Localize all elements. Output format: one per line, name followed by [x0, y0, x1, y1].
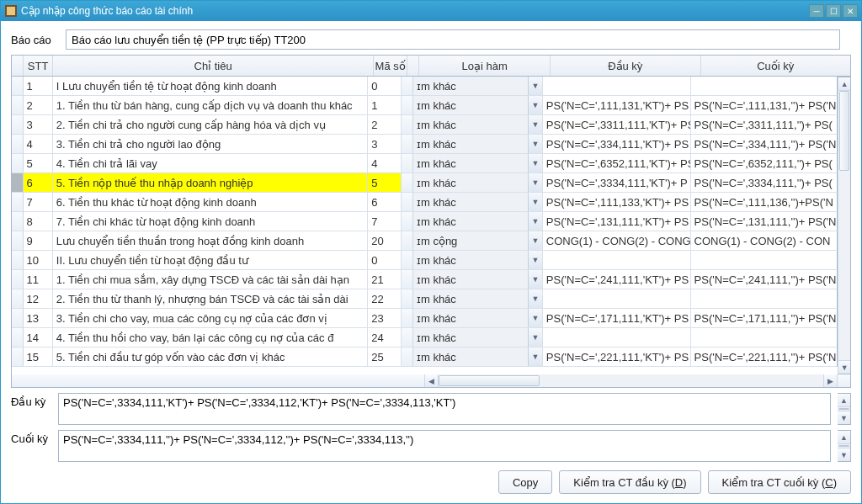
- cuoiky-scrollbar[interactable]: ▲ ▼: [838, 430, 851, 462]
- cell-cuoi-ky[interactable]: PS('N=C=',3311,111,'')+ PS(: [691, 115, 838, 135]
- cell-dau-ky[interactable]: PS('N=C=',334,111,'KT')+ PS: [543, 135, 691, 154]
- row-gutter[interactable]: [12, 347, 24, 367]
- chevron-down-icon[interactable]: ▼: [528, 328, 542, 347]
- table-row[interactable]: 21. Tiền thu từ bán hàng, cung cấp dịch …: [12, 96, 838, 115]
- cell-ma-so[interactable]: 6: [368, 193, 402, 212]
- cell-ma-so[interactable]: 24: [368, 328, 402, 347]
- scroll-thumb[interactable]: [838, 445, 849, 447]
- cell-chi-tieu[interactable]: I Lưu chuyển tiền tệ từ hoạt động kinh d…: [53, 77, 369, 96]
- cell-chi-tieu[interactable]: Lưu chuyển tiền thuần trong hoạt đồng ki…: [53, 231, 369, 251]
- maximize-button[interactable]: ☐: [826, 4, 841, 18]
- scroll-up-icon[interactable]: ▲: [838, 431, 850, 444]
- cell-stt[interactable]: 14: [24, 328, 53, 347]
- cell-cuoi-ky[interactable]: PS('N=C=',131,111,'')+ PS('N: [691, 212, 838, 231]
- minimize-button[interactable]: ─: [809, 4, 824, 18]
- cell-loai-ham[interactable]: ɪm khác▼: [413, 173, 543, 193]
- cell-loai-ham[interactable]: ɪm khác▼: [413, 270, 543, 289]
- dauky-scrollbar[interactable]: ▲ ▼: [838, 393, 851, 425]
- cell-stt[interactable]: 13: [24, 309, 53, 328]
- horizontal-scrollbar[interactable]: ◀ ▶: [11, 374, 851, 388]
- cell-dau-ky[interactable]: PS('N=C=',3334,111,'KT')+ P: [543, 173, 691, 193]
- cuoiky-input[interactable]: [58, 430, 831, 462]
- cell-ma-so[interactable]: 4: [368, 154, 402, 173]
- cell-dau-ky[interactable]: CONG(1) - CONG(2) - CONG: [543, 231, 691, 251]
- cell-ma-so[interactable]: 5: [368, 173, 402, 193]
- cell-loai-ham[interactable]: ɪm khác▼: [413, 96, 543, 115]
- table-row[interactable]: 144. Tiền thu hồi cho vay, bán lại các c…: [12, 328, 838, 347]
- chevron-down-icon[interactable]: ▼: [528, 193, 542, 211]
- header-cuoi-ky[interactable]: Cuối kỳ: [701, 56, 850, 76]
- table-row[interactable]: 155. Tiền chi đầu tư góp vốn vào các đơn…: [12, 347, 838, 367]
- cell-cuoi-ky[interactable]: PS('N=C=',3334,111,'')+ PS(: [691, 173, 838, 193]
- chevron-down-icon[interactable]: ▼: [528, 135, 542, 153]
- cell-stt[interactable]: 8: [24, 212, 53, 231]
- cell-loai-ham[interactable]: ɪm khác▼: [413, 347, 543, 367]
- cell-loai-ham[interactable]: ɪm khác▼: [413, 251, 543, 270]
- cell-chi-tieu[interactable]: 1. Tiền chi mua sắm, xây dựng TSCĐ và cá…: [53, 270, 369, 289]
- cell-chi-tieu[interactable]: 2. Tiền chi trả cho người cung cấp hàng …: [53, 115, 369, 135]
- cell-dau-ky[interactable]: PS('N=C=',241,111,'KT')+ PS: [543, 270, 691, 289]
- chevron-down-icon[interactable]: ▼: [528, 231, 542, 250]
- cell-ma-so[interactable]: 21: [368, 270, 402, 289]
- cell-stt[interactable]: 1: [24, 77, 53, 96]
- table-row[interactable]: 9Lưu chuyển tiền thuần trong hoạt đồng k…: [12, 231, 838, 251]
- cell-chi-tieu[interactable]: 5. Tiền nộp thuế thu nhập doanh nghiệp: [53, 173, 369, 193]
- cell-stt[interactable]: 9: [24, 231, 53, 251]
- cell-dau-ky[interactable]: PS('N=C=',111,133,'KT')+ PS: [543, 193, 691, 212]
- cell-loai-ham[interactable]: ɪm cộng▼: [413, 231, 543, 251]
- cell-chi-tieu[interactable]: II. Lưu chuyển tiền từ hoạt động đầu tư: [53, 251, 369, 270]
- row-gutter[interactable]: [12, 77, 24, 96]
- cell-loai-ham[interactable]: ɪm khác▼: [413, 289, 543, 309]
- dauky-input[interactable]: [58, 393, 831, 425]
- table-row[interactable]: 87. Tiền chi khác từ hoạt động kinh doan…: [12, 212, 838, 231]
- cell-cuoi-ky[interactable]: PS('N=C=',221,111,'')+ PS('N: [691, 347, 838, 367]
- cell-stt[interactable]: 6: [24, 173, 53, 193]
- cell-ma-so[interactable]: 1: [368, 96, 402, 115]
- cell-cuoi-ky[interactable]: CONG(1) - CONG(2) - CON: [691, 231, 838, 251]
- cell-ma-so[interactable]: 23: [368, 309, 402, 328]
- cell-chi-tieu[interactable]: 4. Tiền chi trả lãi vay: [53, 154, 369, 173]
- copy-button[interactable]: Copy: [498, 470, 552, 494]
- cell-loai-ham[interactable]: ɪm khác▼: [413, 193, 543, 212]
- cell-stt[interactable]: 5: [24, 154, 53, 173]
- cell-dau-ky[interactable]: PS('N=C=',111,131,'KT')+ PS: [543, 96, 691, 115]
- row-gutter[interactable]: [12, 115, 24, 135]
- chevron-down-icon[interactable]: ▼: [528, 96, 542, 114]
- cell-loai-ham[interactable]: ɪm khác▼: [413, 135, 543, 154]
- cell-chi-tieu[interactable]: 1. Tiền thu từ bán hàng, cung cấp dịch v…: [53, 96, 369, 115]
- cell-ma-so[interactable]: 0: [368, 77, 402, 96]
- scroll-left-icon[interactable]: ◀: [425, 374, 439, 387]
- scroll-right-icon[interactable]: ▶: [823, 374, 837, 387]
- cell-ma-so[interactable]: 3: [368, 135, 402, 154]
- cell-stt[interactable]: 4: [24, 135, 53, 154]
- cell-ma-so[interactable]: 25: [368, 347, 402, 367]
- cell-loai-ham[interactable]: ɪm khác▼: [413, 77, 543, 96]
- scroll-thumb[interactable]: [839, 91, 849, 171]
- cell-chi-tieu[interactable]: 3. Tiền chi cho vay, mua các công cụ nợ …: [53, 309, 369, 328]
- header-ma-so[interactable]: Mã số: [374, 56, 407, 76]
- row-gutter[interactable]: [12, 96, 24, 115]
- table-row[interactable]: 54. Tiền chi trả lãi vay4ɪm khác▼PS('N=C…: [12, 154, 838, 173]
- scroll-down-icon[interactable]: ▼: [838, 360, 850, 374]
- scroll-down-icon[interactable]: ▼: [838, 411, 850, 424]
- cell-dau-ky[interactable]: [543, 251, 691, 270]
- cell-cuoi-ky[interactable]: [691, 328, 838, 347]
- close-button[interactable]: ✕: [843, 4, 858, 18]
- cell-chi-tieu[interactable]: 2. Tiền thu từ thanh lý, nhượng bán TSCĐ…: [53, 289, 369, 309]
- cell-dau-ky[interactable]: PS('N=C=',3311,111,'KT')+ PS: [543, 115, 691, 135]
- chevron-down-icon[interactable]: ▼: [528, 347, 542, 366]
- cell-chi-tieu[interactable]: 4. Tiền thu hồi cho vay, bán lại các côn…: [53, 328, 369, 347]
- table-row[interactable]: 1I Lưu chuyển tiền tệ từ hoạt động kinh …: [12, 77, 838, 96]
- row-gutter[interactable]: [12, 193, 24, 212]
- cell-cuoi-ky[interactable]: PS('N=C=',111,131,'')+ PS('N: [691, 96, 838, 115]
- cell-stt[interactable]: 12: [24, 289, 53, 309]
- cell-ma-so[interactable]: 2: [368, 115, 402, 135]
- table-row[interactable]: 65. Tiền nộp thuế thu nhập doanh nghiệp5…: [12, 173, 838, 193]
- row-gutter[interactable]: [12, 270, 24, 289]
- table-row[interactable]: 122. Tiền thu từ thanh lý, nhượng bán TS…: [12, 289, 838, 309]
- cell-chi-tieu[interactable]: 6. Tiền thu khác từ hoạt động kinh doanh: [53, 193, 369, 212]
- cell-dau-ky[interactable]: [543, 328, 691, 347]
- chevron-down-icon[interactable]: ▼: [528, 173, 542, 192]
- chevron-down-icon[interactable]: ▼: [528, 270, 542, 289]
- row-gutter[interactable]: [12, 212, 24, 231]
